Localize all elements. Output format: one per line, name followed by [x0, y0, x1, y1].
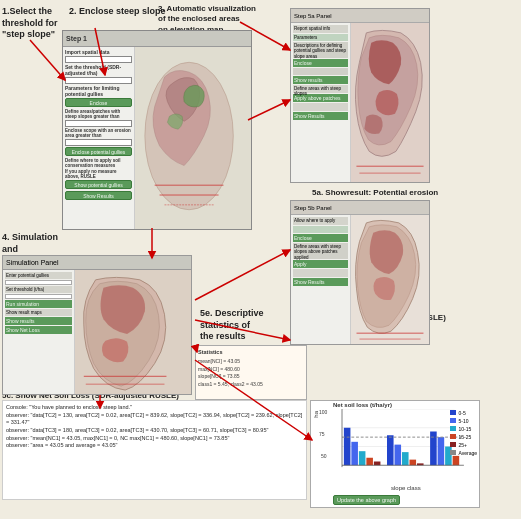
sim-title: Simulation Panel — [6, 259, 59, 266]
main-ui-panel: Step 1 Import spatial data Set the thres… — [62, 30, 252, 230]
sb-item3: Define areas with steep slopes above pat… — [293, 243, 348, 259]
show-results-button[interactable]: Show Results — [65, 191, 132, 200]
svg-rect-19 — [387, 435, 394, 465]
svg-rect-18 — [374, 462, 381, 466]
panel-5b-title: Step 5b Panel — [294, 205, 332, 211]
step2-label: 2. Enclose steep slope — [69, 6, 166, 18]
control-sidebar: Import spatial data Set the threshold (S… — [63, 47, 135, 229]
svg-rect-14 — [344, 428, 351, 466]
svg-rect-22 — [410, 460, 417, 466]
enclose-potential-button[interactable]: Enclose potential gullies — [65, 147, 132, 156]
gross-loss-map-svg — [351, 215, 429, 344]
sim-input[interactable] — [5, 280, 72, 285]
set-threshold-label: Set the threshold (SDR-adjusted t/ha) — [65, 64, 132, 76]
panel-5a-header: Step 5a Panel — [291, 9, 429, 23]
enclose-btn[interactable]: Enclose — [293, 59, 348, 67]
svg-rect-15 — [351, 442, 358, 465]
panel-5b-sidebar: Allow where to apply Enclose Define area… — [291, 215, 351, 344]
step5e-label: 5e. Descriptivestatistics ofthe results — [200, 308, 264, 343]
sim-sb-item3: Show result maps — [5, 309, 72, 316]
show-btn[interactable]: Show results — [293, 76, 348, 84]
chart-title: Net soil loss (t/ha/yr) — [333, 402, 392, 408]
y-val-100: 100 — [319, 409, 327, 415]
panel-5b-header: Step 5b Panel — [291, 201, 429, 215]
rusle-label: If you apply no measure above, RUSLE — [65, 169, 132, 179]
result-panel-5a: Step 5a Panel Report spatial info Parame… — [290, 8, 430, 183]
svg-rect-16 — [359, 451, 366, 465]
svg-rect-21 — [402, 452, 409, 465]
steep-input[interactable] — [65, 120, 132, 127]
separator — [293, 68, 348, 75]
erosion-label: Enclose scope with an erosion area great… — [65, 128, 132, 138]
svg-line-34 — [248, 100, 290, 120]
sidebar-item: Define areas with steep slopes — [293, 85, 348, 93]
sb-item: Allow where to apply — [293, 217, 348, 225]
sim-show-btn[interactable]: Show results — [5, 317, 72, 325]
sim-sb-item2: Set threshold (t/ha) — [5, 286, 72, 293]
sb-btn[interactable]: Enclose — [293, 234, 348, 242]
svg-line-36 — [195, 250, 290, 300]
sb-sep — [293, 269, 348, 277]
sim-toolbar: Simulation Panel — [3, 256, 191, 270]
import-label: Import spatial data — [65, 49, 132, 55]
update-graph-button[interactable]: Update the above graph — [333, 495, 400, 505]
console-panel: Console: "You have planned to enclose st… — [2, 400, 307, 500]
enclose-button[interactable]: Enclose — [65, 98, 132, 107]
sb-btn3[interactable]: Show Results — [293, 278, 348, 286]
steep-label: Define areas/patches with steep slopes g… — [65, 109, 132, 119]
show-gullies-button[interactable]: Show potential gullies — [65, 180, 132, 189]
sb-item2 — [293, 226, 348, 233]
sim-sb-item: Enter potential gullies — [5, 272, 72, 279]
svg-rect-17 — [366, 458, 373, 466]
main-container: 1.Select the threshold for "step slope" … — [0, 0, 521, 519]
y-val-75: 75 — [319, 431, 325, 437]
sb-btn2[interactable]: Apply — [293, 260, 348, 268]
threshold-input[interactable] — [65, 77, 132, 84]
sim-body: Enter potential gullies Set threshold (t… — [3, 270, 191, 394]
svg-rect-24 — [430, 432, 437, 466]
sim-map — [75, 270, 191, 394]
svg-rect-20 — [395, 445, 402, 466]
chart-legend: 0-5 5-10 10-15 15-25 25+ Average — [450, 409, 477, 457]
svg-rect-25 — [438, 437, 445, 465]
stats-title: Statistics — [198, 348, 304, 356]
show-results-btn2[interactable]: Show Results — [293, 112, 348, 120]
sim-show-btn2[interactable]: Show Net Loss — [5, 326, 72, 334]
sidebar-item: Parameters — [293, 34, 348, 41]
step1-label: 1.Select the threshold for "step slope" — [2, 6, 60, 41]
chart-panel: ha 100 75 50 — [310, 400, 480, 508]
x-axis-label: slope class — [391, 485, 421, 491]
separator2 — [293, 103, 348, 111]
svg-line-31 — [30, 40, 65, 80]
erosion-map-svg — [351, 23, 429, 182]
y-val-50: 50 — [321, 453, 327, 459]
sim-input2[interactable] — [5, 294, 72, 299]
sim-run-btn[interactable]: Run simulation — [5, 300, 72, 308]
sim-map-svg — [75, 270, 191, 394]
sim-sidebar: Enter potential gullies Set threshold (t… — [3, 270, 75, 394]
panel-5a-map — [351, 23, 429, 182]
stats-panel: Statistics mean[NCI] = 43.05 max[NCI] = … — [195, 345, 307, 400]
result-panel-5b: Step 5b Panel Allow where to apply Enclo… — [290, 200, 430, 345]
conservation-label: Define where to apply soil conservation … — [65, 158, 132, 168]
panel-5b-map — [351, 215, 429, 344]
panel-body: Import spatial data Set the threshold (S… — [63, 47, 251, 229]
toolbar: Step 1 — [63, 31, 251, 47]
apply-btn[interactable]: Apply above patches — [293, 94, 348, 102]
sidebar-item: Descriptions for defining potential gull… — [293, 42, 348, 58]
svg-rect-27 — [453, 456, 460, 465]
sidebar-item: Report spatial info — [293, 25, 348, 33]
input-field[interactable] — [65, 56, 132, 63]
panel-title: Step 1 — [66, 35, 87, 42]
panel-5a-body: Report spatial info Parameters Descripti… — [291, 23, 429, 182]
panel-5a-title: Step 5a Panel — [294, 13, 332, 19]
stats-content: mean[NCI] = 43.05 max[NCI] = 480.60 slop… — [198, 358, 304, 388]
erosion-input[interactable] — [65, 139, 132, 146]
step5a-label: 5a. Showresult: Potential erosion — [312, 188, 438, 198]
params-label: Parameters for limiting potential gullie… — [65, 85, 132, 97]
console-text: Console: "You have planned to enclose st… — [6, 404, 303, 450]
panel-5b-body: Allow where to apply Enclose Define area… — [291, 215, 429, 344]
panel-5a-sidebar: Report spatial info Parameters Descripti… — [291, 23, 351, 182]
terrain-svg — [135, 47, 251, 229]
center-map — [135, 47, 251, 229]
